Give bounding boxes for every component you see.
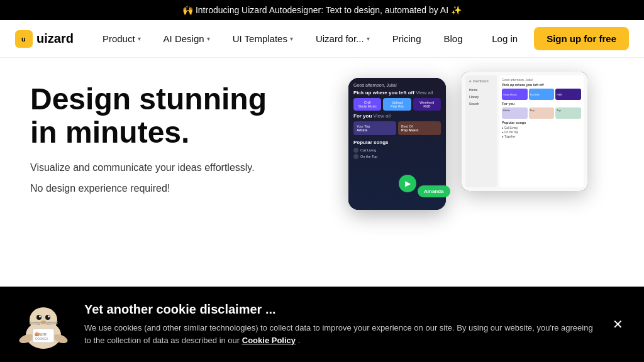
chevron-down-icon: ▾ — [138, 35, 141, 42]
nav-item-uizard-for[interactable]: Uizard for... ▾ — [307, 28, 379, 49]
cookie-text: We use cookies (and other similar techno… — [84, 322, 594, 346]
tablet-main: Good afternoon, Julia! Pick up where you… — [499, 75, 584, 187]
chevron-down-icon: ▾ — [207, 35, 210, 42]
chevron-down-icon: ▾ — [367, 35, 370, 42]
nav-item-blog[interactable]: Blog — [435, 28, 471, 49]
svg-point-5 — [45, 315, 50, 320]
svg-point-6 — [39, 315, 41, 317]
cookie-title: Yet another cookie disclaimer ... — [84, 302, 594, 317]
tablet-nav: A. Dashboard Home Library Search — [465, 75, 497, 187]
phone-pickup: Pick up where you left off View all — [353, 90, 441, 96]
phone-card-2: UploadPop Hits — [383, 98, 411, 111]
phone-song-1: Cali Living — [353, 148, 441, 153]
phone-song-2: On the Top — [353, 154, 441, 159]
nav-item-pricing[interactable]: Pricing — [384, 28, 430, 49]
play-button[interactable]: ▶ — [399, 175, 416, 192]
phone-card-1: ChillStudy Music — [353, 98, 381, 111]
cookie-close-button[interactable]: ✕ — [606, 313, 629, 336]
hero-title: Design stunning in minutes. — [30, 83, 322, 150]
phone-card-artists: Your TopArtists — [353, 121, 396, 135]
cookie-mascot: 🍪 NOM COOKIES — [15, 296, 72, 353]
phone-popular: Popular songs — [353, 140, 441, 145]
login-button[interactable]: Log in — [483, 28, 526, 49]
svg-point-4 — [36, 315, 42, 320]
hero-section: Design stunning in minutes. Visualize an… — [0, 58, 644, 282]
chevron-down-icon: ▾ — [290, 35, 293, 42]
logo[interactable]: u uizard — [15, 30, 74, 48]
nav-links: Product ▾ AI Design ▾ UI Templates ▾ Uiz… — [94, 28, 483, 49]
svg-point-7 — [48, 315, 50, 317]
banner-text: 🙌 Introducing Uizard Autodesigner: Text … — [182, 5, 462, 15]
phone-card-3: WeekendR&B — [413, 98, 441, 111]
signup-button[interactable]: Sign up for free — [534, 27, 629, 50]
svg-text:COOKIES: COOKIES — [35, 337, 48, 341]
logo-text: uizard — [36, 31, 74, 46]
cookie-policy-link[interactable]: Cookie Policy — [242, 336, 296, 345]
phone-for-you: For you View all — [353, 113, 441, 119]
phone-greeting: Good afternoon, Julia! — [353, 83, 441, 87]
hero-desc2: No design experience required! — [30, 180, 322, 197]
svg-text:NOM: NOM — [39, 332, 47, 336]
nav-item-ui-templates[interactable]: UI Templates ▾ — [224, 28, 302, 49]
phone-card-pop: Best OfPop Music — [398, 121, 441, 135]
hero-right: Good afternoon, Julia! Pick up where you… — [322, 78, 614, 282]
hero-desc1: Visualize and communicate your ideas eff… — [30, 160, 322, 176]
svg-point-8 — [40, 321, 47, 324]
nav-item-product[interactable]: Product ▾ — [94, 28, 150, 49]
nav-item-ai-design[interactable]: AI Design ▾ — [155, 28, 219, 49]
announcement-banner: 🙌 Introducing Uizard Autodesigner: Text … — [0, 0, 644, 20]
cookie-bar: 🍪 NOM COOKIES Yet another cookie disclai… — [0, 287, 644, 362]
navbar: u uizard Product ▾ AI Design ▾ UI Templa… — [0, 20, 644, 58]
chat-bubble: Amanda — [418, 185, 450, 197]
tablet-mockup: A. Dashboard Home Library Search Good af… — [462, 72, 587, 191]
nav-right: Log in Sign up for free — [483, 27, 629, 50]
svg-text:u: u — [21, 35, 26, 43]
cookie-content: Yet another cookie disclaimer ... We use… — [84, 302, 594, 346]
logo-icon: u — [15, 30, 33, 48]
hero-left: Design stunning in minutes. Visualize an… — [30, 78, 322, 282]
mockup-container: Good afternoon, Julia! Pick up where you… — [348, 72, 587, 210]
